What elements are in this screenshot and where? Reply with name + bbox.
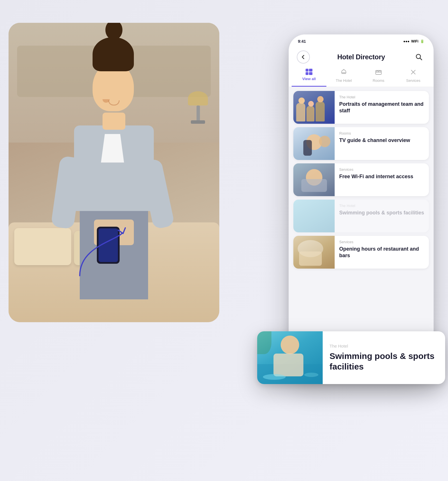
- search-button[interactable]: [412, 50, 426, 64]
- services-icon: [410, 69, 417, 77]
- featured-card-image: [257, 331, 323, 384]
- card-image-pool-bg: [293, 200, 335, 232]
- card-category: Rooms: [339, 131, 424, 135]
- bed-icon: [375, 69, 382, 77]
- status-bar: 9:41 ●●● WiFi 🔋: [289, 34, 433, 48]
- card-content: The Hotel Portraits of management team a…: [335, 91, 429, 124]
- featured-card-content: The Hotel Swimming pools & sports facili…: [323, 331, 445, 384]
- svg-line-8: [414, 73, 415, 74]
- svg-point-11: [413, 72, 414, 73]
- card-content: Rooms TV guide & channel overview: [335, 127, 429, 160]
- svg-rect-5: [377, 71, 378, 72]
- list-item[interactable]: The Hotel Swimming pools & sports facili…: [293, 200, 429, 232]
- card-title: TV guide & channel overview: [339, 137, 424, 144]
- card-content: Services Opening hours of restaurant and…: [335, 236, 429, 269]
- tab-label-services: Services: [406, 78, 420, 83]
- tab-label-rooms: Rooms: [373, 78, 384, 83]
- card-image-staff: [293, 91, 335, 124]
- svg-rect-6: [379, 71, 381, 72]
- phone-mockup: 9:41 ●●● WiFi 🔋 Hotel Directory: [289, 34, 434, 376]
- grid-icon: [306, 69, 312, 75]
- list-item[interactable]: The Hotel Portraits of management team a…: [293, 91, 429, 124]
- card-image-restaurant: [293, 236, 335, 269]
- page-title: Hotel Directory: [337, 53, 385, 61]
- svg-line-1: [420, 58, 422, 60]
- svg-line-9: [414, 70, 415, 72]
- svg-line-10: [411, 73, 413, 74]
- card-category: The Hotel: [339, 95, 424, 99]
- back-button[interactable]: [297, 50, 310, 64]
- featured-card-title: Swimming pools & sports facilities: [330, 351, 438, 372]
- tab-bar: View all The Hotel: [289, 66, 433, 87]
- featured-card[interactable]: The Hotel Swimming pools & sports facili…: [257, 331, 445, 384]
- tab-services[interactable]: Services: [396, 66, 431, 87]
- list-item[interactable]: Rooms TV guide & channel overview: [293, 127, 429, 160]
- tab-label-hotel: The Hotel: [336, 78, 352, 83]
- card-category: The Hotel: [339, 204, 424, 208]
- svg-rect-4: [376, 72, 381, 74]
- arrow-curve: [68, 224, 131, 287]
- card-title: Portraits of management team and staff: [339, 101, 424, 114]
- directory-list: The Hotel Portraits of management team a…: [289, 87, 433, 372]
- tab-label-view-all: View all: [302, 77, 316, 81]
- hotel-icon: [340, 69, 347, 77]
- svg-line-7: [411, 70, 413, 72]
- tab-view-all[interactable]: View all: [292, 66, 326, 87]
- card-title: Opening hours of restaurant and bars: [339, 246, 424, 259]
- list-item[interactable]: Services Opening hours of restaurant and…: [293, 236, 429, 269]
- featured-card-category: The Hotel: [330, 344, 438, 348]
- card-category: Services: [339, 167, 424, 172]
- card-content: Services Free Wi-Fi and internet access: [335, 163, 429, 196]
- card-title: Swimming pools & sports facilities: [339, 210, 424, 216]
- card-title: Free Wi-Fi and internet access: [339, 173, 424, 180]
- card-image-wifi: [293, 163, 335, 196]
- card-category: Services: [339, 240, 424, 244]
- list-item[interactable]: Services Free Wi-Fi and internet access: [293, 163, 429, 196]
- card-content: The Hotel Swimming pools & sports facili…: [335, 200, 429, 232]
- card-image-tv: [293, 127, 335, 160]
- tab-rooms[interactable]: Rooms: [361, 66, 396, 87]
- tab-the-hotel[interactable]: The Hotel: [326, 66, 361, 87]
- app-header: Hotel Directory: [289, 48, 433, 66]
